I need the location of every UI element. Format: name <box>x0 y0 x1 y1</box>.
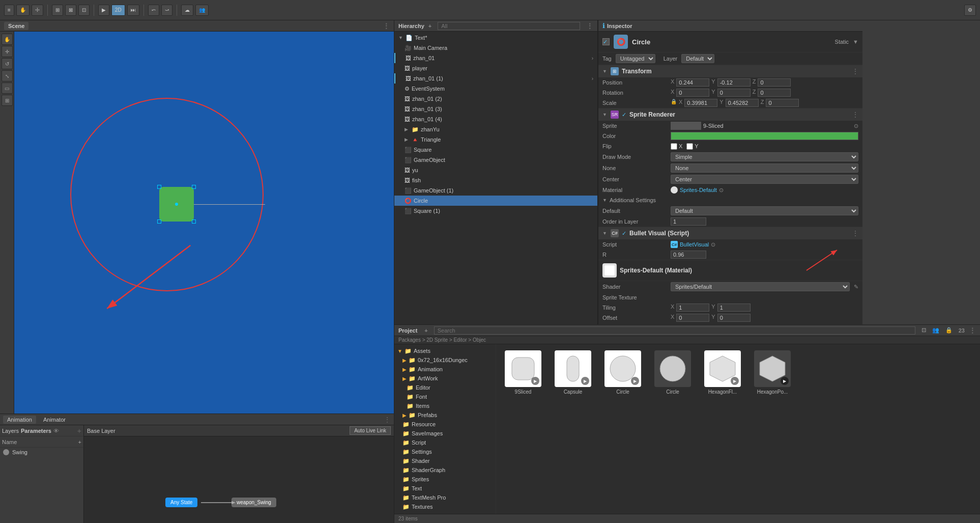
static-dropdown-icon[interactable]: ▼ <box>853 39 858 45</box>
project-icon1[interactable]: ⊡ <box>921 327 926 334</box>
tree-item-artwork[interactable]: ▶ 📁 ArtWork <box>394 374 496 383</box>
pos-y[interactable] <box>717 78 751 87</box>
add-param-btn[interactable]: + <box>78 439 81 445</box>
layer-dropdown[interactable]: Default <box>681 54 714 63</box>
order-layer-input[interactable] <box>671 217 706 226</box>
cloud-button[interactable]: ☁ <box>181 5 193 16</box>
scene-panel-menu[interactable]: ⋮ <box>383 22 390 30</box>
project-search[interactable] <box>434 326 915 335</box>
tree-item-script[interactable]: 📁 Script <box>394 438 496 447</box>
tree-item-editor[interactable]: 📁 Editor <box>394 383 496 392</box>
hierarchy-item-zhan01-3[interactable]: 🖼 zhan_01 (3) <box>394 104 597 114</box>
hierarchy-item-square-1[interactable]: ⬛ Square (1) <box>394 206 597 216</box>
transform-info-icon[interactable]: ⋮ <box>852 68 858 75</box>
asset-hexagonpo[interactable]: ▶ HexagonPo... <box>750 348 795 397</box>
transform-header[interactable]: ▼ ⊞ Transform ⋮ <box>598 65 862 77</box>
script-value[interactable]: BulletVisual <box>680 241 709 247</box>
handle-bl[interactable] <box>157 219 161 224</box>
asset-play-icon[interactable]: ▶ <box>531 377 539 385</box>
collab-button[interactable]: 👥 <box>195 5 209 16</box>
offset-x[interactable] <box>676 314 709 322</box>
handle-center[interactable] <box>175 203 178 206</box>
material-pick-icon[interactable]: ⊙ <box>719 187 724 194</box>
hierarchy-item-zhan01-1[interactable]: 🖼 zhan_01 (1) › <box>394 73 597 84</box>
hierarchy-menu[interactable]: ⋮ <box>586 22 593 30</box>
asset-capsule[interactable]: ▶ Capsule <box>550 348 596 397</box>
asset-circle-white-play-icon[interactable]: ▶ <box>631 377 639 385</box>
scale-x[interactable] <box>684 99 717 107</box>
hierarchy-item-zhanyu[interactable]: ▶ 📁 zhanYu <box>394 124 597 134</box>
bv-check[interactable]: ✓ <box>622 230 626 237</box>
flip-x[interactable] <box>671 143 677 150</box>
sr-info-icon[interactable]: ⋮ <box>852 111 858 118</box>
sr-check[interactable]: ✓ <box>622 112 626 118</box>
rotate-scene-tool[interactable]: ↺ <box>2 58 13 69</box>
hamburger-menu[interactable]: ≡ <box>4 5 14 16</box>
tab-animator[interactable]: Animator <box>39 416 70 424</box>
project-icon2[interactable]: 👥 <box>932 327 939 334</box>
tree-item-saveimages[interactable]: 📁 SaveImages <box>394 429 496 438</box>
asset-hexfl-play-icon[interactable]: ▶ <box>731 377 739 385</box>
hierarchy-item-zhan01[interactable]: 🖼 zhan_01 › <box>394 53 597 63</box>
hierarchy-item-gameobject-1[interactable]: ⬛ GameObject (1) <box>394 185 597 196</box>
move-tool[interactable]: ✋ <box>16 5 30 16</box>
tree-item-resource[interactable]: 📁 Resource <box>394 420 496 429</box>
additional-settings-label[interactable]: Additional Settings <box>610 197 656 203</box>
grid-toggle[interactable]: ⊞ <box>52 5 63 16</box>
grid-settings[interactable]: ⊡ <box>78 5 90 16</box>
tree-item-textures[interactable]: 📁 Textures <box>394 502 496 511</box>
anim-panel-menu[interactable]: ⋮ <box>384 416 391 424</box>
asset-9sliced[interactable]: ▶ 9Sliced <box>500 348 546 397</box>
asset-hexpo-play-icon[interactable]: ▶ <box>781 377 789 385</box>
tree-item-settings[interactable]: 📁 Settings <box>394 447 496 456</box>
r-input[interactable] <box>671 251 706 259</box>
object-name[interactable]: Circle <box>632 38 650 46</box>
param-name[interactable]: Swing <box>12 449 27 455</box>
project-add-btn[interactable]: + <box>424 327 427 334</box>
material-value[interactable]: Sprites-Default <box>680 187 717 193</box>
rot-z[interactable] <box>758 89 791 97</box>
tree-item-shadergraph[interactable]: 📁 ShaderGraph <box>394 465 496 475</box>
handle-br[interactable] <box>192 219 196 224</box>
rot-y[interactable] <box>717 89 751 97</box>
tree-item-textmeshpro[interactable]: 📁 TextMesh Pro <box>394 493 496 502</box>
rect-scene-tool[interactable]: ▭ <box>2 82 13 94</box>
asset-circle-white[interactable]: ▶ Circle <box>600 348 646 397</box>
hierarchy-item-zhan01-4[interactable]: 🖼 zhan_01 (4) <box>394 114 597 124</box>
parameters-label[interactable]: Parameters <box>21 428 51 434</box>
tiling-x[interactable] <box>676 304 709 312</box>
handle-tr[interactable] <box>192 185 196 189</box>
asset-circle-dark[interactable]: Circle <box>650 348 696 397</box>
hierarchy-search[interactable] <box>438 22 580 30</box>
any-state-node[interactable]: Any State <box>165 498 197 507</box>
tree-item-items[interactable]: 📁 Items <box>394 401 496 410</box>
pos-x[interactable] <box>676 78 709 87</box>
hierarchy-item-gameobject[interactable]: ⬛ GameObject <box>394 155 597 165</box>
tree-item-prefabs[interactable]: ▶ 📁 Prefabs <box>394 410 496 420</box>
step-button[interactable]: ⏭ <box>127 5 139 16</box>
scale-y[interactable] <box>726 99 759 107</box>
flip-y[interactable] <box>686 143 693 150</box>
scale-scene-tool[interactable]: ⤡ <box>2 70 13 81</box>
hierarchy-item-player[interactable]: 🖼 player <box>394 63 597 73</box>
tree-item-shader[interactable]: 📁 Shader <box>394 456 496 465</box>
project-icon3[interactable]: 🔒 <box>945 327 953 334</box>
tree-item-text[interactable]: 📁 Text <box>394 484 496 493</box>
pos-z[interactable] <box>758 78 791 87</box>
undo-button[interactable]: ⤺ <box>148 5 159 16</box>
scale-z[interactable] <box>766 99 799 107</box>
tab-scene[interactable]: Scene <box>4 22 28 30</box>
project-menu[interactable]: ⋮ <box>969 326 976 335</box>
asset-capsule-play-icon[interactable]: ▶ <box>581 377 589 385</box>
tab-animation[interactable]: Animation <box>3 416 36 424</box>
tiling-y[interactable] <box>717 304 751 312</box>
sorting-layer-select[interactable]: Default <box>671 206 858 215</box>
hierarchy-item-square[interactable]: ⬛ Square <box>394 145 597 155</box>
redo-button[interactable]: ⤻ <box>161 5 172 16</box>
layers-label[interactable]: Layers <box>2 428 19 434</box>
pause-button[interactable]: 2D <box>111 5 125 16</box>
hand-tool[interactable]: ☩ <box>32 5 43 16</box>
grid-snap[interactable]: ⊠ <box>65 5 76 16</box>
rot-x[interactable] <box>676 89 709 97</box>
shader-edit-icon[interactable]: ✎ <box>854 284 858 290</box>
